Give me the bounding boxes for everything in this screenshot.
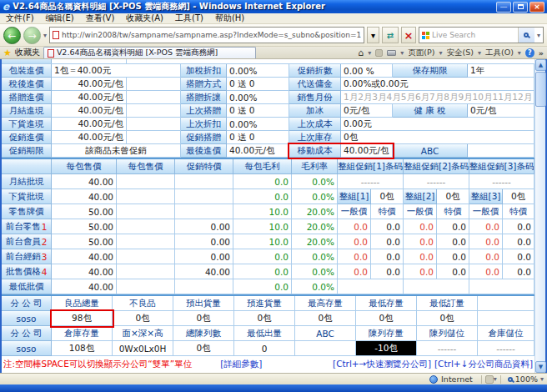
toolbar-overflow-chevron[interactable]: » xyxy=(539,48,544,58)
group-promo-button[interactable]: 整組[1] xyxy=(338,189,371,204)
zoom-level[interactable]: 100% xyxy=(515,374,538,384)
phishing-filter-icon[interactable] xyxy=(485,375,494,384)
quick-browse-link[interactable]: [Ctrl+→快速瀏覽分公司] xyxy=(333,359,431,370)
field-value xyxy=(117,279,175,294)
zoom-control[interactable]: 100% ▾ xyxy=(508,374,544,384)
address-bar[interactable]: http://win2008/tw/sampname/sampname.asp?… xyxy=(49,27,364,43)
refresh-button[interactable]: ⇄ xyxy=(382,27,399,43)
field-value: 40.00元/包 xyxy=(341,144,393,158)
field-label: 加冰 xyxy=(289,104,341,118)
field-label: 代送傭金 xyxy=(289,78,341,91)
print-icon[interactable] xyxy=(387,50,396,56)
minimize-button[interactable]: — xyxy=(496,2,511,13)
field-value xyxy=(175,174,233,189)
page-footer: 注:空間棒SPACE可以切換顯示分公司“雙單”單位 [詳細參數] [Ctrl+→… xyxy=(2,356,534,373)
scroll-down-icon[interactable]: ▼ xyxy=(535,361,546,373)
field-value: 40.00元/包 xyxy=(52,131,127,144)
forward-button[interactable]: → xyxy=(23,27,41,44)
history-dropdown-icon[interactable]: ▾ xyxy=(43,32,47,39)
ie-icon: e xyxy=(3,2,9,12)
field-value: 0.0 xyxy=(469,234,503,249)
status-bar: Internet ▾ 100% ▾ xyxy=(0,373,547,384)
menu-favorites[interactable]: 收藏夹(A) xyxy=(120,13,169,24)
field-value: 40.00 xyxy=(52,279,117,294)
page-content: 包裝進價1包＝40.00元加稅折扣0.00%促銷折數0.00 %保存期限1年稅後… xyxy=(2,59,534,373)
field-value: 40.00 xyxy=(52,264,117,279)
field-label: 促銷搭贈 xyxy=(181,131,227,144)
scrollbar-thumb[interactable] xyxy=(535,72,546,107)
field-value: 40.00元/包 xyxy=(52,104,127,118)
group-promo-button[interactable]: 整組[3] xyxy=(469,189,503,204)
field-value xyxy=(478,311,534,326)
search-box[interactable]: Live Search ▾ xyxy=(419,27,544,43)
url-text[interactable]: http://win2008/tw/sampname/sampname.asp?… xyxy=(62,31,361,39)
field-value: 0包 xyxy=(234,311,295,326)
tab-favicon xyxy=(48,49,54,58)
close-button[interactable]: × xyxy=(529,2,544,13)
search-placeholder[interactable]: Live Search xyxy=(432,31,515,39)
back-button[interactable]: ← xyxy=(3,27,21,44)
field-value: 20.0% xyxy=(292,219,338,234)
field-value xyxy=(338,279,404,294)
field-label: 每包售價 xyxy=(117,159,175,174)
field-label: 加稅折扣 xyxy=(181,64,227,78)
field-value: 倉庫存量 xyxy=(52,326,113,341)
field-label: 下貨批現 xyxy=(2,189,52,204)
field-label: 促銷期限 xyxy=(2,144,52,158)
title-bar: e V2.64商品名稱資料明細 [X-POS 雲端商務網] - Windows … xyxy=(0,0,547,13)
page-tab[interactable]: V2.64商品名稱資料明細 [X-POS 雲端商務網] xyxy=(43,47,256,58)
branch-data-link[interactable]: [Ctrl+↓分公司商品資料] xyxy=(434,359,533,370)
field-value: -10包 xyxy=(356,341,417,356)
menu-tools[interactable]: 工具(T) xyxy=(169,13,209,24)
field-value: 0包 xyxy=(173,311,234,326)
favorites-label[interactable]: 收藏夹 xyxy=(15,47,40,58)
home-icon[interactable]: ⌂ xyxy=(358,48,364,58)
menu-help[interactable]: 帮助(H) xyxy=(209,13,250,24)
field-value: 面×深×高 xyxy=(113,326,173,341)
address-dropdown[interactable]: ▾ xyxy=(367,27,379,43)
field-value: ABC xyxy=(295,326,356,341)
field-value: 0.00 xyxy=(175,234,233,249)
group-promo-button[interactable]: 整組[2] xyxy=(404,189,437,204)
field-label: 搭贈折讓 xyxy=(181,91,227,104)
feed-icon[interactable] xyxy=(375,49,383,57)
tab-bar: ★ 收藏夹 V2.64商品名稱資料明細 [X-POS 雲端商務網] ⌂▾ ▾ 页… xyxy=(0,47,547,59)
field-label: 促銷特價 xyxy=(175,159,233,174)
menu-file[interactable]: 文件(F) xyxy=(0,13,40,24)
live-search-icon xyxy=(422,32,429,39)
vertical-scrollbar[interactable]: ▲ ▼ xyxy=(534,59,545,373)
field-value: 108包 xyxy=(52,341,113,356)
field-label: soso xyxy=(2,341,52,356)
purchase-info-table: 包裝進價1包＝40.00元加稅折扣0.00%促銷折數0.00 %保存期限1年稅後… xyxy=(2,64,534,158)
table-row: 前台經銷340.000.000.00.0%0.00.00.00.00.00.0 xyxy=(2,249,534,264)
field-value: 0.00%或0.00元 xyxy=(341,78,534,91)
field-label: 月結進現 xyxy=(2,104,52,118)
table-row: 前台零售150.000.0010.020.0%0.00.00.00.00.00.… xyxy=(2,219,534,234)
tools-menu[interactable]: 工具(O) xyxy=(485,48,514,58)
menu-view[interactable]: 查看(V) xyxy=(80,13,121,24)
menu-edit[interactable]: 编辑(E) xyxy=(40,13,80,24)
page-menu[interactable]: 页面(P) xyxy=(408,48,434,58)
browser-viewport: 包裝進價1包＝40.00元加稅折扣0.00%促銷折數0.00 %保存期限1年稅後… xyxy=(0,59,547,373)
field-value: 0.0 xyxy=(338,234,371,249)
safety-menu[interactable]: 安全(S) xyxy=(446,48,473,58)
field-label: 促銷進價 xyxy=(2,131,52,144)
field-label: 銷售月份 xyxy=(289,91,341,104)
field-value: 40.00元/包 xyxy=(52,91,127,104)
help-icon[interactable]: ? xyxy=(525,48,534,58)
field-value: 陳列儲位 xyxy=(417,326,478,341)
favorites-star-icon[interactable]: ★ xyxy=(3,48,12,58)
maximize-button[interactable] xyxy=(513,2,528,13)
field-value: 1月2月3月4月5月6月7月8月9月10月11月12月 xyxy=(341,91,534,104)
field-label: ABC xyxy=(393,144,468,158)
field-label: 上次搭贈 xyxy=(181,104,227,118)
search-button[interactable] xyxy=(518,28,534,43)
field-value xyxy=(127,78,181,91)
detail-params-link[interactable]: [詳細參數] xyxy=(220,359,262,370)
field-label: 每包毛利 xyxy=(233,159,292,174)
field-value: 良品總量 xyxy=(52,296,113,311)
table-row: 分 公 司良品總量不良品預出貨量預進貨量最高存量最低存量最低訂量 xyxy=(2,296,534,311)
scroll-up-icon[interactable]: ▲ xyxy=(535,59,546,71)
stop-button[interactable]: × xyxy=(401,27,416,43)
search-dropdown-icon[interactable]: ▾ xyxy=(537,32,540,39)
